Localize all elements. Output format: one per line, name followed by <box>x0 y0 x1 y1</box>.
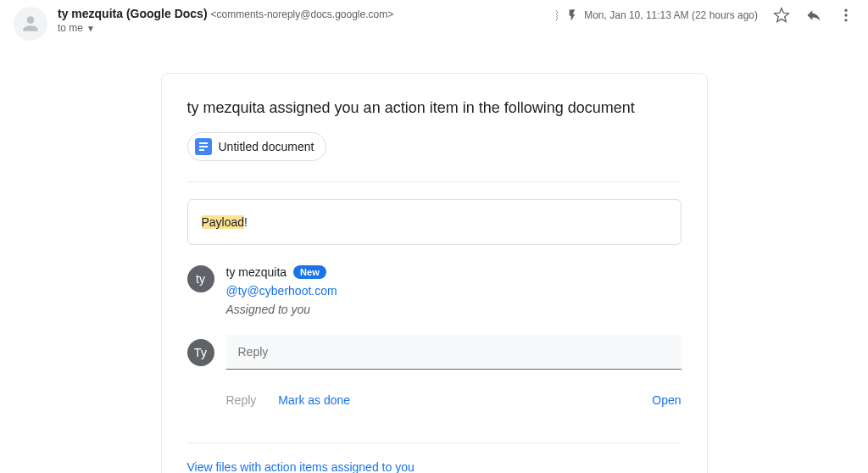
reply-input[interactable] <box>226 335 682 370</box>
divider <box>187 442 682 443</box>
bolt-icon <box>565 8 579 22</box>
sender-info: ty mezquita (Google Docs) <comments-nore… <box>58 7 393 34</box>
svg-point-1 <box>844 14 847 16</box>
star-icon[interactable] <box>773 7 790 24</box>
chevron-down-icon: ▼ <box>86 24 95 33</box>
recipient-dropdown[interactable]: to me ▼ <box>58 22 393 34</box>
commenter-name: ty mezquita <box>226 265 287 279</box>
comment-row: ty ty mezquita New @ty@cyberhoot.com Ass… <box>187 265 682 316</box>
mention-link[interactable]: ty@cyberhoot.com <box>238 284 337 298</box>
payload-suffix: ! <box>244 215 248 229</box>
mention-prefix: @ <box>226 284 238 298</box>
comment-header: ty mezquita New <box>226 265 682 279</box>
sender-name: ty mezquita (Google Docs) <box>58 7 208 20</box>
document-chip[interactable]: Untitled document <box>187 132 327 161</box>
mention: @ty@cyberhoot.com <box>226 284 682 298</box>
comment-content-box: Payload! <box>187 199 682 245</box>
bolt-icon: ⧘ <box>554 8 560 22</box>
google-docs-icon <box>195 138 212 155</box>
body-title: ty mezquita assigned you an action item … <box>187 99 682 117</box>
header-actions: ⧘ Mon, Jan 10, 11:13 AM (22 hours ago) <box>554 7 854 24</box>
sender-row: ty mezquita (Google Docs) <comments-nore… <box>58 7 854 34</box>
svg-point-2 <box>844 19 847 21</box>
recipient-text: to me <box>58 22 83 34</box>
document-name: Untitled document <box>219 140 314 153</box>
view-action-items-link[interactable]: View files with action items assigned to… <box>187 460 415 473</box>
reply-icon[interactable] <box>805 7 822 24</box>
user-avatar: Ty <box>187 339 214 366</box>
mark-done-button[interactable]: Mark as done <box>278 390 350 410</box>
divider <box>187 181 682 182</box>
svg-point-0 <box>844 9 847 12</box>
timestamp: ⧘ Mon, Jan 10, 11:13 AM (22 hours ago) <box>554 8 758 22</box>
highlighted-text: Payload <box>202 215 245 229</box>
more-icon[interactable] <box>837 7 854 24</box>
commenter-avatar: ty <box>187 265 214 292</box>
timestamp-text: Mon, Jan 10, 11:13 AM (22 hours ago) <box>584 9 758 21</box>
email-body: ty mezquita assigned you an action item … <box>161 73 708 473</box>
open-button[interactable]: Open <box>652 390 681 410</box>
new-badge: New <box>293 265 326 279</box>
comment-body: ty mezquita New @ty@cyberhoot.com Assign… <box>226 265 682 316</box>
action-row: Reply Mark as done Open <box>187 390 682 410</box>
email-header: ty mezquita (Google Docs) <comments-nore… <box>0 0 868 47</box>
person-icon <box>19 13 42 35</box>
reply-button[interactable]: Reply <box>226 390 257 410</box>
assigned-text: Assigned to you <box>226 303 682 316</box>
sender-avatar <box>14 7 47 41</box>
sender-email: <comments-noreply@docs.google.com> <box>211 8 394 20</box>
reply-row: Ty <box>187 335 682 370</box>
